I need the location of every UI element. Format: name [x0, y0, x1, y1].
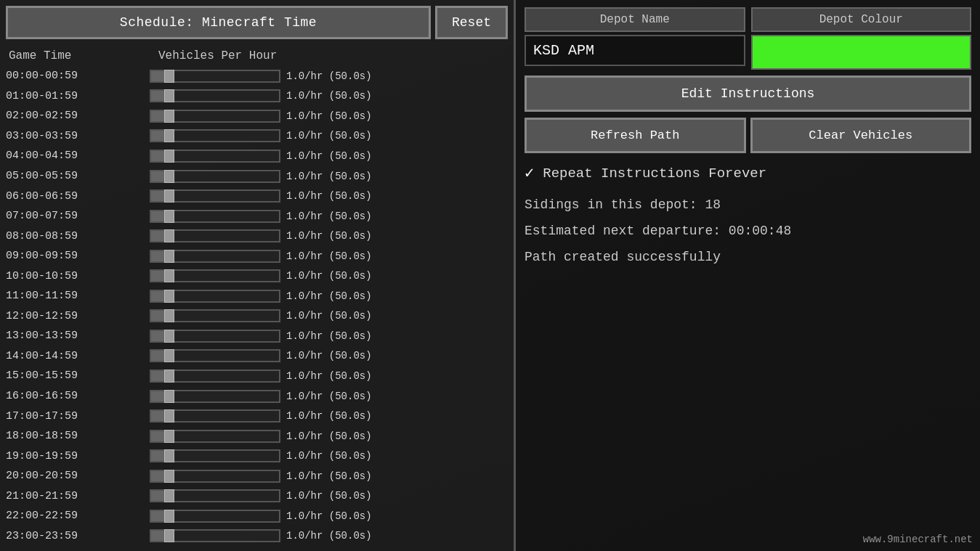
time-cell: 10:00-10:59 [6, 270, 144, 282]
time-cell: 11:00-11:59 [6, 290, 144, 302]
vph-slider[interactable] [150, 70, 280, 83]
left-header: Schedule: Minecraft Time Reset [6, 6, 508, 39]
time-cell: 01:00-01:59 [6, 90, 144, 102]
time-cell: 15:00-15:59 [6, 370, 144, 382]
time-cell: 18:00-18:59 [6, 430, 144, 442]
vph-slider[interactable] [150, 330, 280, 343]
table-row: 08:00-08:591.0/hr (50.0s) [6, 226, 508, 245]
depot-colour-section: Depot Colour [751, 7, 972, 70]
time-cell: 09:00-09:59 [6, 250, 144, 262]
vph-slider[interactable] [150, 390, 280, 403]
table-row: 21:00-21:591.0/hr (50.0s) [6, 486, 508, 505]
table-row: 14:00-14:591.0/hr (50.0s) [6, 347, 508, 366]
depot-colour-label: Depot Colour [751, 7, 972, 32]
refresh-path-button[interactable]: Refresh Path [525, 118, 746, 153]
vph-slider[interactable] [150, 470, 280, 483]
vph-slider[interactable] [150, 449, 280, 462]
vph-slider[interactable] [150, 370, 280, 383]
time-cell: 16:00-16:59 [6, 390, 144, 402]
vph-slider[interactable] [150, 409, 280, 423]
vph-slider[interactable] [150, 510, 280, 523]
table-row: 16:00-16:591.0/hr (50.0s) [6, 387, 508, 406]
time-cell: 17:00-17:59 [6, 410, 144, 423]
reset-button[interactable]: Reset [435, 6, 508, 39]
vph-slider[interactable] [150, 529, 280, 542]
table-row: 04:00-04:591.0/hr (50.0s) [6, 147, 508, 166]
table-row: 01:00-01:591.0/hr (50.0s) [6, 87, 508, 106]
time-cell: 02:00-02:59 [6, 110, 144, 122]
rate-cell: 1.0/hr (50.0s) [286, 70, 372, 82]
depot-colour-box[interactable] [751, 35, 972, 70]
depot-name-section: Depot Name [525, 7, 745, 70]
rate-cell: 1.0/hr (50.0s) [286, 171, 372, 182]
table-row: 15:00-15:591.0/hr (50.0s) [6, 367, 508, 385]
vph-slider[interactable] [150, 489, 280, 502]
rate-cell: 1.0/hr (50.0s) [286, 150, 372, 162]
time-cell: 23:00-23:59 [6, 530, 144, 542]
edit-instructions-button[interactable]: Edit Instructions [525, 75, 971, 112]
col-game-time-label: Game Time [6, 49, 151, 62]
time-cell: 21:00-21:59 [6, 490, 144, 502]
rate-cell: 1.0/hr (50.0s) [286, 530, 372, 542]
rate-cell: 1.0/hr (50.0s) [286, 211, 372, 222]
col-vph-label: Vehicles Per Hour [151, 49, 508, 62]
time-cell: 03:00-03:59 [6, 130, 144, 142]
rate-cell: 1.0/hr (50.0s) [286, 391, 372, 402]
time-cell: 07:00-07:59 [6, 210, 144, 222]
rate-cell: 1.0/hr (50.0s) [286, 430, 372, 442]
rate-cell: 1.0/hr (50.0s) [286, 230, 372, 242]
table-row: 03:00-03:591.0/hr (50.0s) [6, 127, 508, 146]
time-cell: 00:00-00:59 [6, 70, 144, 82]
rate-cell: 1.0/hr (50.0s) [286, 330, 372, 342]
time-cell: 12:00-12:59 [6, 310, 144, 322]
table-row: 02:00-02:591.0/hr (50.0s) [6, 107, 508, 126]
time-cell: 05:00-05:59 [6, 170, 144, 182]
departure-info: Estimated next departure: 00:00:48 [525, 224, 971, 238]
table-row: 18:00-18:591.0/hr (50.0s) [6, 427, 508, 446]
vph-slider[interactable] [150, 250, 280, 263]
vph-slider[interactable] [150, 170, 280, 183]
depot-name-input[interactable] [525, 35, 745, 66]
vph-slider[interactable] [150, 290, 280, 303]
rate-cell: 1.0/hr (50.0s) [286, 350, 372, 362]
schedule-list: 00:00-00:591.0/hr (50.0s)01:00-01:591.0/… [6, 67, 508, 545]
watermark: www.9minecraft.net [863, 534, 973, 545]
left-panel: Schedule: Minecraft Time Reset Game Time… [0, 0, 516, 551]
schedule-header: Game Time Vehicles Per Hour [6, 46, 508, 67]
table-row: 05:00-05:591.0/hr (50.0s) [6, 167, 508, 186]
rate-cell: 1.0/hr (50.0s) [286, 490, 372, 502]
vph-slider[interactable] [150, 229, 280, 242]
time-cell: 20:00-20:59 [6, 470, 144, 482]
vph-slider[interactable] [150, 269, 280, 282]
time-cell: 04:00-04:59 [6, 150, 144, 162]
repeat-checkmark[interactable]: ✓ [525, 163, 534, 183]
table-row: 12:00-12:591.0/hr (50.0s) [6, 307, 508, 326]
depot-name-label: Depot Name [525, 7, 745, 32]
table-row: 23:00-23:591.0/hr (50.0s) [6, 527, 508, 545]
table-row: 17:00-17:591.0/hr (50.0s) [6, 407, 508, 425]
path-status: Path created successfully [525, 250, 971, 264]
time-cell: 13:00-13:59 [6, 330, 144, 342]
rate-cell: 1.0/hr (50.0s) [286, 370, 372, 382]
rate-cell: 1.0/hr (50.0s) [286, 310, 372, 322]
schedule-button[interactable]: Schedule: Minecraft Time [6, 6, 431, 39]
depot-top-row: Depot Name Depot Colour [525, 7, 971, 70]
vph-slider[interactable] [150, 349, 280, 362]
clear-vehicles-button[interactable]: Clear Vehicles [750, 118, 972, 153]
time-cell: 19:00-19:59 [6, 450, 144, 462]
vph-slider[interactable] [150, 89, 280, 102]
vph-slider[interactable] [150, 210, 280, 223]
sidings-info: Sidings in this depot: 18 [525, 197, 971, 212]
vph-slider[interactable] [150, 309, 280, 322]
rate-cell: 1.0/hr (50.0s) [286, 190, 372, 202]
vph-slider[interactable] [150, 129, 280, 142]
table-row: 11:00-11:591.0/hr (50.0s) [6, 287, 508, 306]
vph-slider[interactable] [150, 430, 280, 443]
vph-slider[interactable] [150, 150, 280, 163]
table-row: 20:00-20:591.0/hr (50.0s) [6, 467, 508, 486]
time-cell: 08:00-08:59 [6, 230, 144, 242]
vph-slider[interactable] [150, 110, 280, 123]
table-row: 09:00-09:591.0/hr (50.0s) [6, 247, 508, 266]
table-row: 13:00-13:591.0/hr (50.0s) [6, 327, 508, 346]
vph-slider[interactable] [150, 189, 280, 203]
